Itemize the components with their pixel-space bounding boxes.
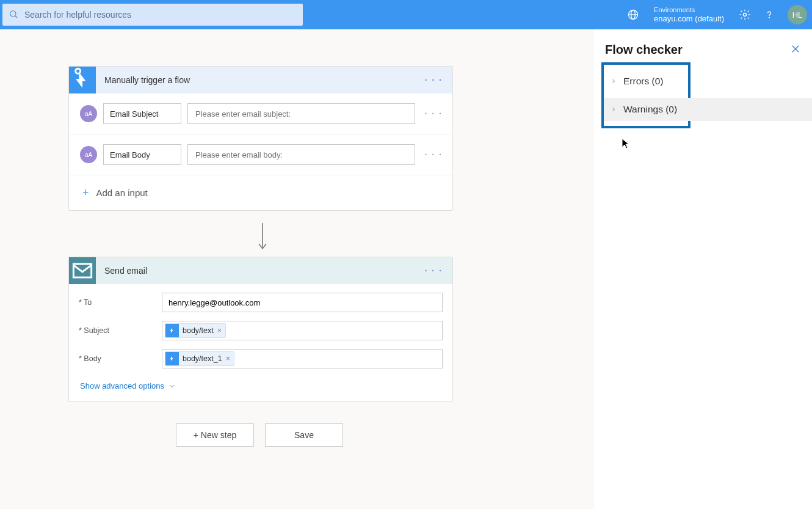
plus-icon: + [82,186,89,199]
settings-icon[interactable] [735,5,755,24]
send-email-menu-icon[interactable]: · · · [421,266,446,276]
new-step-button[interactable]: + New step [176,423,254,447]
connector-arrow-icon [256,222,269,252]
token-text: body/text [183,326,214,335]
input-placeholder-field[interactable] [187,144,415,165]
environment-picker[interactable]: Environments enayu.com (default) [654,6,724,24]
chevron-right-icon [609,106,618,113]
errors-label: Errors (0) [623,76,663,87]
svg-point-6 [769,18,770,18]
env-name: enayu.com (default) [654,14,724,24]
input-menu-icon[interactable]: · · · [421,150,446,159]
errors-row[interactable]: Errors (0) [604,67,688,95]
svg-point-5 [744,13,747,16]
subject-row: * Subject body/text × [69,317,452,345]
trigger-menu-icon[interactable]: · · · [421,75,446,85]
body-row: * Body body/text_1 × [69,345,452,373]
subject-label: * Subject [79,326,156,335]
warnings-row[interactable]: Warnings (0) [604,95,688,123]
text-type-icon: aA [80,146,97,163]
svg-point-7 [76,68,81,73]
panel-title: Flow checker [605,43,683,57]
highlight-annotation: Errors (0) Warnings (0) [601,62,691,128]
panel-header: Flow checker [594,29,812,63]
input-label[interactable]: Email Subject [103,103,181,124]
advanced-label: Show advanced options [80,381,164,390]
text-type-icon: aA [80,105,97,122]
trigger-title: Manually trigger a flow [104,75,421,85]
dynamic-token[interactable]: body/text_1 × [165,351,234,366]
search-input[interactable] [23,9,297,20]
envelope-icon [69,257,96,284]
token-remove-icon[interactable]: × [217,326,222,335]
close-icon[interactable] [790,43,801,56]
input-placeholder-field[interactable] [187,103,415,124]
save-button[interactable]: Save [265,423,343,447]
search-icon [9,9,18,21]
token-remove-icon[interactable]: × [226,354,230,363]
to-field[interactable] [162,293,443,312]
trigger-card: Manually trigger a flow · · · aA Email S… [68,66,453,211]
send-email-header[interactable]: Send email · · · [69,257,452,284]
token-trigger-icon [165,324,179,337]
send-email-card: Send email · · · * To * Subject body/tex… [68,257,453,402]
env-label: Environments [654,6,724,14]
subject-field[interactable]: body/text × [162,321,443,340]
search-box[interactable] [2,4,303,26]
svg-point-0 [10,10,16,16]
token-trigger-icon [165,352,179,365]
topbar: Environments enayu.com (default) HL [0,0,812,29]
trigger-header[interactable]: Manually trigger a flow · · · [69,67,452,93]
svg-line-1 [15,16,17,18]
footer-buttons: + New step Save [176,423,343,447]
add-input-label: Add an input [96,188,148,198]
cursor-icon [621,137,631,152]
input-label[interactable]: Email Body [103,144,181,165]
globe-icon[interactable] [623,5,643,24]
warnings-label: Warnings (0) [623,104,677,115]
input-menu-icon[interactable]: · · · [421,109,446,119]
dynamic-token[interactable]: body/text × [165,323,226,338]
flow-checker-panel: Flow checker Errors (0) Warnings (0) [594,29,812,509]
trigger-icon [69,67,96,93]
help-icon[interactable] [759,5,779,24]
chevron-right-icon [609,78,618,85]
canvas: Manually trigger a flow · · · aA Email S… [0,29,812,509]
input-row: aA Email Subject · · · [69,93,452,134]
to-row: * To [69,284,452,317]
add-input-button[interactable]: + Add an input [69,175,452,210]
input-row: aA Email Body · · · [69,134,452,175]
send-email-title: Send email [104,266,421,276]
to-label: * To [79,298,156,307]
avatar[interactable]: HL [788,5,807,24]
show-advanced-button[interactable]: Show advanced options [69,373,452,401]
token-text: body/text_1 [183,354,222,363]
body-field[interactable]: body/text_1 × [162,349,443,368]
body-label: * Body [79,354,156,363]
